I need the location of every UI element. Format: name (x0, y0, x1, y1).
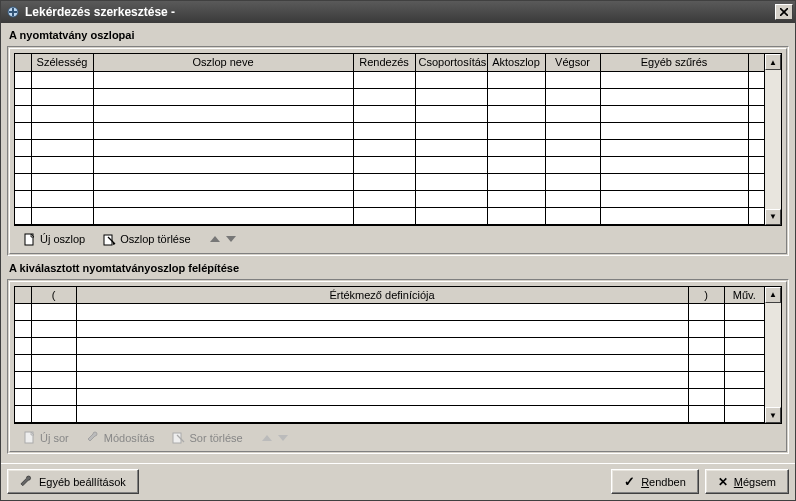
close-icon (780, 8, 788, 16)
col-header-endrow[interactable]: Végsor (545, 54, 600, 71)
columns-grid-wrap: Szélesség Oszlop neve Rendezés Csoportos… (14, 53, 782, 226)
def-header-op[interactable]: Műv. (724, 287, 764, 304)
move-down-button[interactable] (226, 236, 236, 242)
new-column-label: Új oszlop (40, 233, 85, 245)
def-header-rowmark[interactable] (15, 287, 31, 304)
scroll-up-button[interactable]: ▲ (765, 54, 781, 70)
ok-button[interactable]: ✓ Rendben (611, 469, 699, 494)
table-row[interactable] (15, 321, 764, 338)
app-icon (5, 4, 21, 20)
cancel-button[interactable]: ✕ Mégsem (705, 469, 789, 494)
modify-button[interactable]: Módosítás (80, 428, 162, 447)
col-header-width[interactable]: Szélesség (31, 54, 93, 71)
ok-label-rest: endben (649, 476, 686, 488)
table-row[interactable] (15, 372, 764, 389)
move-up-button[interactable] (262, 435, 272, 441)
columns-toolbar: Új oszlop Oszlop törlése (14, 226, 782, 249)
columns-panel: Szélesség Oszlop neve Rendezés Csoportos… (7, 46, 789, 256)
new-column-button[interactable]: Új oszlop (16, 230, 92, 249)
col-header-filter[interactable]: Egyéb szűrés (600, 54, 748, 71)
new-icon (23, 233, 36, 246)
col-header-name[interactable]: Oszlop neve (93, 54, 353, 71)
cancel-label-rest: égsem (743, 476, 776, 488)
new-row-label: Új sor (40, 432, 69, 444)
table-row[interactable] (15, 71, 764, 88)
table-row[interactable] (15, 122, 764, 139)
definition-toolbar: Új sor Módosítás Sor törlése (14, 424, 782, 447)
cancel-label-underline: M (734, 476, 743, 488)
columns-grid[interactable]: Szélesség Oszlop neve Rendezés Csoportos… (15, 54, 764, 225)
col-header-rowmark[interactable] (15, 54, 31, 71)
col-header-tail[interactable] (748, 54, 764, 71)
scroll-down-button[interactable]: ▼ (765, 407, 781, 423)
move-up-button[interactable] (210, 236, 220, 242)
edit-delete-icon (172, 431, 185, 444)
definition-grid[interactable]: ( Értékmező definíciója ) Műv. (15, 287, 764, 424)
delete-row-label: Sor törlése (189, 432, 242, 444)
table-row[interactable] (15, 105, 764, 122)
col-header-group[interactable]: Csoportosítás (415, 54, 487, 71)
scroll-track[interactable] (765, 303, 781, 408)
table-row[interactable] (15, 355, 764, 372)
move-down-button[interactable] (278, 435, 288, 441)
table-row[interactable] (15, 389, 764, 406)
table-row[interactable] (15, 304, 764, 321)
delete-row-button[interactable]: Sor törlése (165, 428, 249, 447)
col-header-actcol[interactable]: Aktoszlop (487, 54, 545, 71)
definition-panel: ( Értékmező definíciója ) Műv. (7, 279, 789, 455)
definition-section-label: A kiválasztott nyomtatványoszlop felépít… (7, 260, 789, 275)
cross-icon: ✕ (718, 475, 728, 489)
table-row[interactable] (15, 207, 764, 224)
scroll-up-button[interactable]: ▲ (765, 287, 781, 303)
new-icon (23, 431, 36, 444)
table-row[interactable] (15, 156, 764, 173)
new-row-button[interactable]: Új sor (16, 428, 76, 447)
table-row[interactable] (15, 88, 764, 105)
ok-label-underline: R (641, 476, 649, 488)
def-header-close[interactable]: ) (688, 287, 724, 304)
def-header-open[interactable]: ( (31, 287, 76, 304)
col-header-sort[interactable]: Rendezés (353, 54, 415, 71)
wrench-icon (20, 475, 33, 488)
table-row[interactable] (15, 338, 764, 355)
check-icon: ✓ (624, 474, 635, 489)
query-editor-window: Lekérdezés szerkesztése - A nyomtatvány … (0, 0, 796, 501)
other-settings-label: Egyéb beállítások (39, 476, 126, 488)
columns-section-label: A nyomtatvány oszlopai (7, 27, 789, 42)
delete-column-label: Oszlop törlése (120, 233, 190, 245)
close-button[interactable] (775, 4, 793, 20)
table-row[interactable] (15, 173, 764, 190)
modify-label: Módosítás (104, 432, 155, 444)
edit-delete-icon (103, 233, 116, 246)
definition-grid-wrap: ( Értékmező definíciója ) Műv. (14, 286, 782, 425)
table-row[interactable] (15, 139, 764, 156)
table-row[interactable] (15, 190, 764, 207)
delete-column-button[interactable]: Oszlop törlése (96, 230, 197, 249)
titlebar: Lekérdezés szerkesztése - (1, 1, 795, 23)
scroll-down-button[interactable]: ▼ (765, 209, 781, 225)
def-header-definition[interactable]: Értékmező definíciója (76, 287, 688, 304)
wrench-icon (87, 431, 100, 444)
content-area: A nyomtatvány oszlopai Szélesség Oszlop … (1, 23, 795, 463)
table-row[interactable] (15, 406, 764, 423)
svg-rect-2 (9, 11, 17, 13)
other-settings-button[interactable]: Egyéb beállítások (7, 469, 139, 494)
footer-bar: Egyéb beállítások ✓ Rendben ✕ Mégsem (1, 463, 795, 500)
definition-scrollbar[interactable]: ▲ ▼ (764, 287, 781, 424)
window-title: Lekérdezés szerkesztése - (25, 5, 775, 19)
scroll-track[interactable] (765, 70, 781, 209)
columns-scrollbar[interactable]: ▲ ▼ (764, 54, 781, 225)
